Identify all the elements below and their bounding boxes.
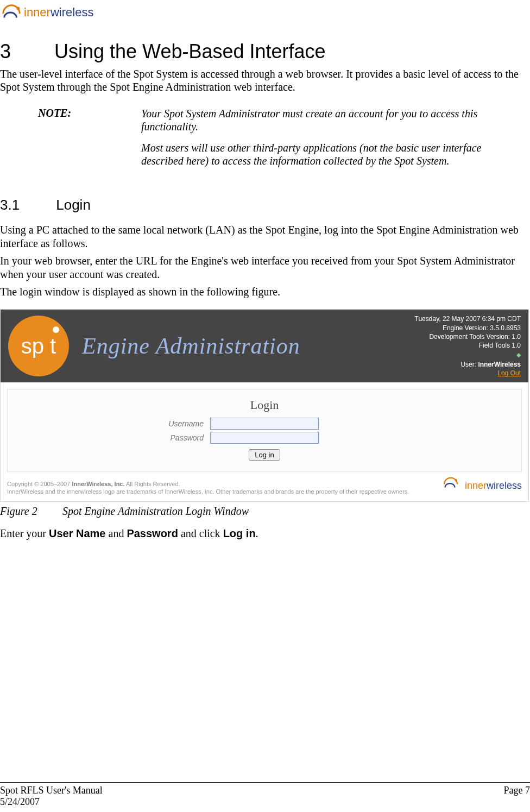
username-input[interactable] [210,418,319,430]
page-footer: Spot RFLS User's Manual 5/24/2007 Page 7 [0,782,530,808]
section-title: Using the Web-Based Interface [54,40,326,62]
footer-manual-title: Spot RFLS User's Manual [0,785,103,796]
figure-tag: Figure 2 [0,505,60,518]
subsection-heading: 3.1 Login [0,197,530,213]
spot-logo-text: sp t [21,334,56,358]
info-dev-tools: Development Tools Version: 1.0 [376,332,521,341]
header-info: Tuesday, 22 May 2007 6:34 pm CDT Engine … [376,314,528,377]
figure-caption: Figure 2 Spot Engine Administration Logi… [0,505,530,518]
body-p3: The login window is displayed as shown i… [0,285,530,298]
bold-username: User Name [49,527,106,539]
logo-text-inner: inner [24,5,51,19]
subsection-number: 3.1 [0,197,52,213]
section-heading: 3 Using the Web-Based Interface [0,40,530,63]
logout-link[interactable]: Log Out [497,369,521,377]
brand-logo: innerwireless [1,2,93,23]
svg-point-1 [455,479,457,482]
username-label: Username [8,419,210,428]
bold-login: Log in [223,527,256,539]
info-user: User: InnerWireless [376,360,521,369]
info-field-tools: Field Tools 1.0 [376,341,521,350]
app-header: sp t Engine Administration Tuesday, 22 M… [1,310,528,382]
intro-paragraph: The user-level interface of the Spot Sys… [0,67,530,94]
spot-logo-dot-icon [53,326,59,333]
password-label: Password [8,433,210,442]
footer-brand-logo: innerwireless [443,475,522,496]
user-label: User: [460,361,478,368]
footer-date: 5/24/2007 [0,796,103,808]
section-number: 3 [0,40,49,63]
trademark-line: InnerWireless and the innerwireless logo… [7,488,413,496]
info-datetime: Tuesday, 22 May 2007 6:34 pm CDT [376,314,521,323]
user-value: InnerWireless [478,361,521,368]
innerwireless-swoosh-icon [443,475,463,496]
copyright-line: Copyright © 2005–2007 InnerWireless, Inc… [7,480,413,488]
note-paragraph-1: Your Spot System Administrator must crea… [141,107,494,134]
logo-text-wireless: wireless [51,5,93,19]
innerwireless-swoosh-icon [1,2,22,23]
note-block: NOTE: Your Spot System Administrator mus… [38,107,494,175]
svg-point-0 [17,7,20,10]
figure-text: Spot Engine Administration Login Window [62,505,249,517]
login-heading: Login [8,398,521,412]
login-panel: Login Username Password Log in [7,389,522,472]
app-footer: Copyright © 2005–2007 InnerWireless, Inc… [7,475,522,496]
password-input[interactable] [210,432,319,444]
note-label: NOTE: [38,107,141,175]
bold-password: Password [127,527,178,539]
info-engine-version: Engine Version: 3.5.0.8953 [376,324,521,332]
login-button[interactable]: Log in [249,449,280,461]
body-p2: In your web browser, enter the URL for t… [0,254,530,281]
spot-logo-icon: sp t [8,316,69,376]
subsection-title: Login [56,197,91,213]
note-paragraph-2: Most users will use other third-party ap… [141,141,494,168]
login-window-figure: sp t Engine Administration Tuesday, 22 M… [0,309,529,502]
instruction-line: Enter your User Name and Password and cl… [0,527,530,540]
footer-page-number: Page 7 [504,785,531,808]
status-diamond-icon: ◆ [516,351,521,359]
app-title: Engine Administration [82,333,376,359]
body-p1: Using a PC attached to the same local ne… [0,223,530,250]
